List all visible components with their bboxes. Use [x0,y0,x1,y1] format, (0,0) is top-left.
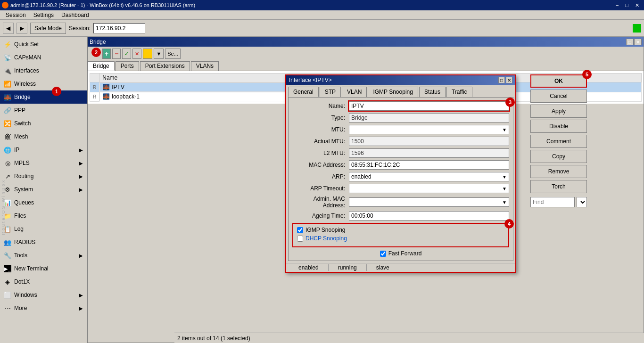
app-icon [2,2,8,8]
find-input[interactable] [530,197,575,207]
sidebar-item-files[interactable]: 📁 Files [0,209,87,222]
back-button[interactable]: ◀ [3,23,14,34]
mtu-select[interactable]: ▼ [349,125,509,134]
sidebar-item-quick-set[interactable]: ⚡ Quick Set [0,38,87,51]
bridge-check-btn[interactable]: ✓ [122,49,131,59]
admin-mac-select[interactable]: ▼ [349,197,509,207]
sidebar-item-capsman[interactable]: 📡 CAPsMAN [0,51,87,64]
row-flag: R [90,92,99,101]
sidebar-item-ip[interactable]: 🌐 IP ▶ [0,143,87,156]
sidebar-item-windows[interactable]: ⬜ Windows ▶ [0,288,87,302]
snooping-box: IGMP Snooping DHCP Snooping 4 [292,223,509,247]
system-arrow: ▶ [79,187,83,192]
sidebar-item-switch[interactable]: 🔀 Switch [0,117,87,130]
window-controls: − □ ✕ [613,2,642,8]
bridge-add-btn[interactable]: + [102,49,111,59]
admin-mac-arrow: ▼ [502,200,507,205]
interface-restore-btn[interactable]: □ [498,77,505,83]
torch-button[interactable]: Torch [530,180,587,193]
badge-2: 2 [91,48,101,57]
remove-button[interactable]: Remove [530,165,587,178]
badge-4: 4 [504,219,514,229]
sidebar-item-tools[interactable]: 🔧 Tools ▶ [0,249,87,262]
iface-tab-status[interactable]: Status [419,87,446,97]
bridge-close-btn[interactable]: ✕ [634,39,642,45]
bridge-toolbar: 2 + − ✓ ✕ ▼ Se... [88,47,644,61]
arp-timeout-label: ARP Timeout: [292,185,349,192]
bridge-window-title: Bridge [90,39,106,45]
mac-input[interactable] [349,160,509,170]
maximize-button[interactable]: □ [622,2,631,8]
sidebar-item-mesh[interactable]: 🕸 Mesh [0,130,87,143]
sidebar-item-interfaces[interactable]: 🔌 Interfaces [0,64,87,77]
iface-tab-stp[interactable]: STP [320,87,341,97]
ageing-input[interactable] [349,211,509,220]
status-text: 2 items out of 14 (1 selected) [177,335,250,342]
iface-tab-igmp-snooping[interactable]: IGMP Snooping [368,87,418,97]
bridge-tab-vlans[interactable]: VLANs [191,61,219,71]
bridge-settings-btn[interactable]: Se... [165,49,181,59]
interface-close-btn[interactable]: ✕ [506,77,512,83]
connection-status-indicator [633,24,641,33]
sidebar-item-wireless[interactable]: 📶 Wireless [0,77,87,90]
sidebar-item-mpls[interactable]: ◎ MPLS ▶ [0,156,87,170]
sidebar-item-bridge[interactable]: 🌉 Bridge 1 [0,90,87,104]
sidebar-item-log[interactable]: 📋 Log [0,222,87,236]
apply-button[interactable]: Apply [530,105,587,118]
bridge-maximize-btn[interactable]: □ [626,39,634,45]
menu-settings[interactable]: Settings [30,12,58,18]
arp-timeout-select[interactable]: ▼ [349,184,509,193]
admin-mac-row: Admin. MAC Address: ▼ [292,196,509,209]
safe-mode-button[interactable]: Safe Mode [30,23,66,34]
bridge-tab-bridge[interactable]: Bridge [88,61,115,71]
bridge-tab-port-extensions[interactable]: Port Extensions [140,61,190,71]
sidebar-item-routing[interactable]: ↗ Routing ▶ [0,170,87,183]
find-select[interactable] [577,197,587,207]
bridge-x-btn[interactable]: ✕ [132,49,141,59]
fast-forward-checkbox[interactable] [380,251,386,257]
name-label: Name: [292,103,349,109]
bridge-filter-btn[interactable]: ▼ [154,49,164,59]
iface-tab-general[interactable]: General [288,87,319,97]
mtu-label: MTU: [292,126,349,133]
dhcp-snooping-checkbox[interactable] [297,236,303,242]
name-input[interactable] [349,101,509,111]
arp-label: ARP: [292,173,349,180]
sidebar-item-system[interactable]: ⚙ System ▶ [0,183,87,196]
menu-dashboard[interactable]: Dashboard [58,12,93,18]
dhcp-snooping-row: DHCP Snooping [297,235,504,242]
sidebar-item-dot1x[interactable]: ◈ Dot1X [0,275,87,288]
terminal-icon: ▶_ [4,265,11,272]
disable-button[interactable]: Disable [530,120,587,133]
ok-button[interactable]: OK [530,74,587,88]
iface-tab-vlan[interactable]: VLAN [342,87,367,97]
actual-mtu-row: Actual MTU: 1500 [292,137,509,146]
mac-label: MAC Address: [292,162,349,168]
action-panel: OK 5 Cancel Apply Disable Comment Copy R… [530,74,587,207]
comment-button[interactable]: Comment [530,135,587,148]
menu-session[interactable]: Session [2,12,30,18]
forward-button[interactable]: ▶ [17,23,27,34]
arp-timeout-row: ARP Timeout: ▼ [292,184,509,193]
bridge-yellow-btn[interactable] [143,49,152,59]
sidebar-item-new-terminal[interactable]: ▶_ New Terminal [0,262,87,275]
sidebar-item-radius[interactable]: 👥 RADIUS [0,236,87,249]
igmp-snooping-checkbox[interactable] [297,227,303,233]
bridge-tab-ports[interactable]: Ports [116,61,139,71]
sidebar-item-ppp[interactable]: 🔗 PPP [0,104,87,117]
status-bar: 2 items out of 14 (1 selected) [174,333,644,343]
session-label: Session: [69,25,91,32]
session-input[interactable] [93,23,145,33]
arp-select[interactable]: enabled ▼ [349,172,509,181]
minimize-button[interactable]: − [613,2,621,8]
type-label: Type: [292,114,349,121]
iface-tab-traffic[interactable]: Traffic [446,87,472,97]
sidebar-item-queues[interactable]: 📊 Queues [0,196,87,209]
system-icon: ⚙ [4,186,11,193]
sidebar-item-more[interactable]: ⋯ More ▶ [0,302,87,315]
close-button[interactable]: ✕ [632,2,642,8]
cancel-button[interactable]: Cancel [530,90,587,103]
bridge-delete-btn[interactable]: − [112,49,121,59]
interface-win-controls: □ ✕ [498,77,512,83]
copy-button[interactable]: Copy [530,150,587,163]
